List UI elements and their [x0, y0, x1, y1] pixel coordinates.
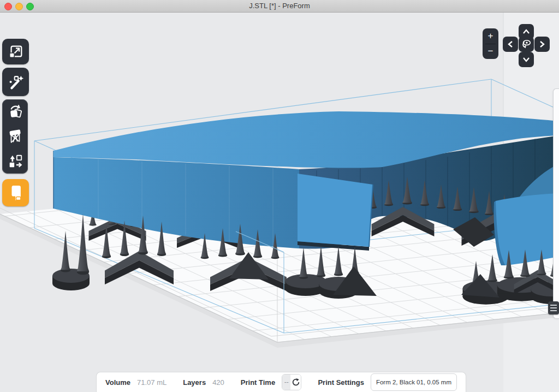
- status-bar: Volume 71.07 mL Layers 420 Print Time --…: [96, 372, 466, 392]
- supports-structure-icon: [7, 128, 23, 145]
- chevron-right-icon: [539, 40, 545, 48]
- model-list-toggle-button[interactable]: [548, 301, 559, 314]
- zoom-out-button[interactable]: −: [483, 44, 498, 60]
- sidebar-button-one-click-print[interactable]: [2, 68, 29, 96]
- viewport-3d[interactable]: [0, 12, 559, 392]
- list-icon: [550, 305, 557, 306]
- sidebar-button-supports[interactable]: [2, 124, 28, 149]
- model-list-panel-collapsed: [553, 88, 559, 319]
- preform-window: J.STL [*] - PreForm: [0, 0, 559, 392]
- refresh-icon: [292, 378, 300, 387]
- sidebar-button-print-setup[interactable]: [2, 179, 29, 206]
- layers-label: Layers: [183, 378, 206, 387]
- print-time-value: --: [282, 375, 290, 390]
- print-settings-button[interactable]: Form 2, Black 01, 0.05 mm: [371, 373, 457, 391]
- chevron-down-icon: [522, 57, 530, 62]
- sidebar-button-size[interactable]: [2, 39, 29, 64]
- orbit-view-button[interactable]: [519, 37, 534, 52]
- resin-cartridge-icon: [8, 184, 24, 201]
- print-time-control: --: [282, 374, 301, 390]
- chevron-up-icon: [522, 29, 530, 34]
- volume-label: Volume: [105, 378, 130, 387]
- sidebar-tool-group: [2, 99, 28, 174]
- magic-wand-icon: [7, 73, 25, 91]
- pan-right-button[interactable]: [534, 37, 550, 52]
- zoom-control: + −: [483, 28, 498, 59]
- chevron-left-icon: [508, 40, 513, 48]
- refresh-print-time-button[interactable]: [290, 375, 301, 390]
- sidebar-button-layout[interactable]: [2, 149, 28, 173]
- print-time-label: Print Time: [241, 378, 275, 387]
- window-title: J.STL [*] - PreForm: [0, 2, 559, 10]
- sidebar-button-orient[interactable]: [2, 99, 28, 124]
- volume-value: 71.07 mL: [137, 378, 166, 387]
- zoom-in-button[interactable]: +: [483, 28, 498, 44]
- resize-model-icon: [8, 44, 24, 60]
- title-bar: J.STL [*] - PreForm: [0, 0, 559, 13]
- pan-left-button[interactable]: [503, 37, 518, 52]
- layout-arrange-icon: [7, 153, 23, 169]
- layers-value: 420: [212, 378, 224, 387]
- orient-rotate-icon: [7, 104, 23, 120]
- pan-down-button[interactable]: [519, 52, 534, 67]
- print-settings-label: Print Settings: [318, 378, 364, 387]
- model-end-cap-left: [298, 174, 373, 251]
- orbit-eye-icon: [520, 38, 532, 50]
